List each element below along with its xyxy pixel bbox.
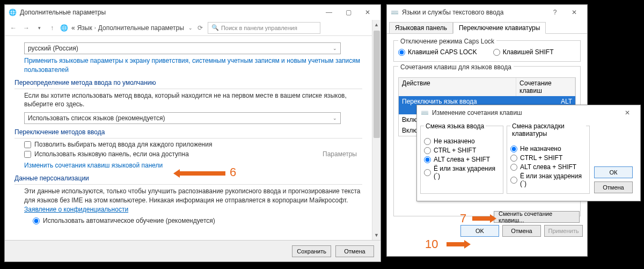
radio-shift[interactable]: Клавишей SHIFT (493, 48, 554, 56)
window-title: Языки и службы текстового ввода (402, 9, 503, 16)
button-column: ОК Отмена (590, 123, 637, 196)
checkbox-langbar-input[interactable] (24, 151, 31, 158)
ok-button[interactable]: OK (460, 225, 499, 237)
up-button[interactable]: ↑ (47, 24, 57, 32)
radio-alt-shift-2-label: ALT слева + SHIFT (520, 163, 576, 171)
radio-ctrl-shift-input[interactable] (424, 147, 431, 154)
scroll-up[interactable]: ▲ (372, 20, 380, 30)
radio-grave-label: Ё или знак ударения (`) (434, 165, 500, 180)
breadcrumb-lang[interactable]: Язык (77, 24, 92, 32)
divider (14, 138, 362, 139)
bottom-bar: Сохранить Отмена (5, 240, 380, 261)
radio-grave[interactable]: Ё или знак ударения (`) (424, 165, 500, 180)
radio-auto-learn-input[interactable] (33, 217, 40, 224)
radio-alt-shift-label: ALT слева + SHIFT (434, 156, 490, 163)
langbar-options-link[interactable]: Параметры (323, 150, 357, 158)
breadcrumb-advanced[interactable]: Дополнительные параметры (98, 24, 184, 32)
scroll-down[interactable]: ▼ (372, 230, 380, 240)
cancel-button[interactable]: Отмена (335, 245, 374, 257)
scroll-thumb[interactable] (374, 31, 380, 138)
ok-button[interactable]: ОК (594, 166, 633, 178)
radio-none-2-label: Не назначено (520, 145, 561, 152)
radio-auto-learn[interactable]: Использовать автоматическое обучение (ре… (33, 217, 362, 224)
location-icon: 🌐 (60, 24, 68, 32)
window-icon: ⌨️ (390, 8, 399, 17)
save-button[interactable]: Сохранить (292, 245, 331, 257)
tabbar: Языковая панель Переключение клавиатуры (387, 20, 587, 34)
radio-grave-input[interactable] (424, 169, 431, 176)
window-title: Дополнительные параметры (20, 9, 106, 16)
radio-ctrl-shift-2-input[interactable] (510, 155, 517, 162)
apply-button[interactable]: Применить (544, 225, 583, 237)
close-button[interactable]: ✕ (358, 6, 377, 19)
radio-none-label: Не назначено (434, 137, 475, 145)
radio-none-input[interactable] (424, 138, 431, 145)
radio-ctrl-shift[interactable]: CTRL + SHIFT (424, 147, 500, 154)
advanced-language-settings-window: 🌐 Дополнительные параметры — ▢ ✕ ← → ▾ ↑… (4, 4, 381, 262)
privacy-link[interactable]: Заявление о конфиденциальности (24, 206, 128, 213)
tab-keyboard-switching[interactable]: Переключение клавиатуры (453, 22, 546, 34)
address-dropdown[interactable]: ⌄ (188, 25, 193, 31)
breadcrumb-root[interactable]: « (71, 24, 75, 32)
change-hotkeys-link[interactable]: Изменить сочетания клавиш языковой панел… (24, 162, 163, 169)
radio-auto-learn-label: Использовать автоматическое обучение (ре… (43, 217, 215, 224)
radio-grave-2-input[interactable] (510, 177, 517, 184)
section-input-override: Переопределение метода ввода по умолчани… (14, 79, 362, 86)
radio-grave-2[interactable]: Ё или знак ударения (`) (510, 172, 586, 187)
window-icon: ⌨️ (420, 108, 429, 117)
change-hotkey-button[interactable]: Сменить сочетание клавиш... (494, 211, 580, 223)
radio-none[interactable]: Не назначено (424, 137, 500, 145)
checkbox-per-app-label: Позволить выбирать метод ввода для каждо… (34, 141, 212, 148)
radio-none-2-input[interactable] (510, 146, 517, 152)
radio-alt-shift-input[interactable] (424, 156, 431, 163)
radio-alt-shift-2-input[interactable] (510, 164, 517, 171)
radio-capslock-input[interactable] (398, 49, 405, 56)
table-header: Действие Сочетание клавиш (399, 78, 575, 96)
display-language-dropdown[interactable]: русский (Россия) ⌄ (24, 42, 341, 54)
window-icon: 🌐 (8, 8, 17, 17)
chevron-down-icon: ⌄ (333, 115, 337, 121)
minimize-button[interactable]: — (319, 6, 339, 19)
chevron-icon: › (94, 25, 96, 31)
radio-grave-2-label: Ё или знак ударения (`) (520, 172, 586, 187)
group-title: Смена раскладки клавиатуры (510, 122, 586, 137)
back-button[interactable]: ← (8, 24, 19, 32)
cancel-button[interactable]: Отмена (502, 225, 541, 237)
display-language-value: русский (Россия) (28, 45, 78, 52)
checkbox-per-app[interactable]: Позволить выбирать метод ввода для каждо… (24, 141, 362, 148)
radio-capslock[interactable]: Клавишей CAPS LOCK (398, 48, 477, 56)
maximize-button[interactable]: ▢ (339, 6, 358, 19)
help-button[interactable]: ? (545, 6, 565, 19)
group-title: Смена языка ввода (424, 122, 486, 130)
forward-button[interactable]: → (21, 24, 32, 32)
history-dropdown[interactable]: ▾ (34, 25, 45, 31)
checkbox-per-app-input[interactable] (24, 141, 31, 148)
radio-ctrl-shift-label: CTRL + SHIFT (434, 147, 476, 154)
col-action: Действие (399, 78, 516, 96)
radio-alt-shift-2[interactable]: ALT слева + SHIFT (510, 163, 586, 171)
personalization-desc: Эти данные используются, только чтобы ул… (24, 187, 362, 214)
tab-language-bar[interactable]: Языковая панель (389, 22, 453, 34)
radio-shift-input[interactable] (493, 49, 500, 56)
change-hotkey-dialog: ⌨️ Изменение сочетания клавиш ✕ Смена яз… (416, 105, 641, 201)
capslock-group-title: Отключение режима Caps Lock (398, 38, 496, 45)
search-input[interactable]: 🔍Поиск в панели управления (208, 22, 320, 34)
cancel-button[interactable]: Отмена (594, 181, 633, 193)
input-method-dropdown[interactable]: Использовать список языков (рекомендуетс… (24, 112, 341, 124)
scrollbar[interactable]: ▲ ▼ (372, 20, 380, 240)
bottom-bar: OK Отмена Применить (387, 221, 587, 241)
nav-row: ← → ▾ ↑ 🌐 « Язык › Дополнительные параме… (5, 20, 380, 36)
close-button[interactable]: ✕ (565, 6, 584, 19)
apply-to-welcome-link[interactable]: Применить языковые параметры к экрану пр… (24, 57, 360, 74)
section-personalization: Данные персонализации (14, 175, 362, 182)
radio-none-2[interactable]: Не назначено (510, 145, 586, 152)
input-language-group: Смена языка ввода Не назначено CTRL + SH… (420, 126, 503, 194)
input-method-value: Использовать список языков (рекомендуетс… (28, 114, 165, 122)
close-button[interactable]: ✕ (618, 106, 637, 119)
divider (14, 184, 362, 185)
radio-ctrl-shift-2[interactable]: CTRL + SHIFT (510, 154, 586, 162)
refresh-button[interactable]: ⟳ (195, 24, 206, 32)
checkbox-langbar[interactable]: Использовать языковую панель, если она д… (24, 150, 362, 158)
titlebar: ⌨️ Изменение сочетания клавиш ✕ (417, 105, 640, 120)
radio-alt-shift[interactable]: ALT слева + SHIFT (424, 156, 500, 163)
